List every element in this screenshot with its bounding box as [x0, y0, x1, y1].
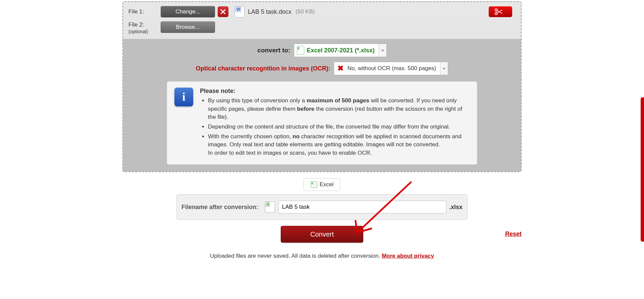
- change-button[interactable]: Change...: [161, 6, 215, 17]
- file2-label: File 2:: [128, 21, 144, 28]
- convert-to-value: Excel 2007-2021 (*.xlsx): [307, 47, 375, 54]
- convert-button[interactable]: Convert: [281, 226, 363, 243]
- file2-optional: (optional): [128, 29, 148, 34]
- excel-icon: [311, 181, 317, 188]
- note-bullet-3: With the currently chosen option, no cha…: [208, 133, 470, 157]
- close-icon: [220, 9, 226, 14]
- file2-row: File 2: (optional) Browse...: [123, 19, 521, 39]
- file1-row: File 1: Change... LAB 5 task.docx (50 KB…: [123, 2, 521, 19]
- privacy-text: Uploaded files are never saved. All data…: [210, 253, 382, 259]
- filename-box: Filename after conversion: .xlsx: [176, 194, 468, 220]
- file1-label: File 1:: [128, 8, 161, 15]
- convert-to-row: convert to: Excel 2007-2021 (*.xlsx): [126, 44, 518, 57]
- convert-to-select[interactable]: Excel 2007-2021 (*.xlsx): [294, 44, 387, 57]
- ocr-select[interactable]: ✖ No, without OCR (max. 500 pages): [334, 62, 448, 75]
- remove-file-button[interactable]: [218, 6, 228, 17]
- privacy-line: Uploaded files are never saved. All data…: [122, 253, 522, 259]
- convert-to-label: convert to:: [257, 47, 290, 54]
- convert-to-dropdown-arrow[interactable]: [379, 44, 386, 57]
- scissors-button[interactable]: [489, 6, 512, 17]
- ocr-value: No, without OCR (max. 500 pages): [347, 65, 436, 72]
- chevron-down-icon: [381, 49, 384, 51]
- file2-label-col: File 2: (optional): [128, 21, 161, 35]
- note-bullet-1: By using this type of conversion only a …: [208, 97, 470, 121]
- excel-tab[interactable]: Excel: [304, 178, 341, 191]
- file1-size: (50 KB): [296, 8, 315, 15]
- filename-input[interactable]: [278, 201, 446, 213]
- note-title: Please note:: [200, 88, 470, 95]
- info-icon: i: [174, 88, 193, 106]
- convert-options-section: convert to: Excel 2007-2021 (*.xlsx) Opt…: [123, 39, 521, 171]
- file-upload-box: File 1: Change... LAB 5 task.docx (50 KB…: [122, 1, 522, 172]
- format-tab-row: Excel: [122, 178, 522, 191]
- filename-extension: .xlsx: [449, 204, 463, 211]
- excel-icon: [297, 46, 304, 55]
- note-bullet-2: Depending on the content and structure o…: [208, 123, 470, 131]
- browse-button[interactable]: Browse...: [161, 21, 215, 33]
- scissors-icon: [494, 8, 506, 15]
- excel-file-icon: [265, 201, 275, 213]
- ocr-label: Optical character recognition in images …: [196, 65, 330, 72]
- file1-name: LAB 5 task.docx: [248, 8, 291, 15]
- privacy-link[interactable]: More about privacy: [382, 253, 434, 259]
- ocr-dropdown-arrow[interactable]: [440, 62, 448, 75]
- chevron-down-icon: [442, 67, 446, 69]
- filename-label: Filename after conversion:: [181, 204, 258, 211]
- convert-button-row: Convert Reset: [122, 226, 522, 243]
- ocr-row: Optical character recognition in images …: [126, 62, 518, 75]
- word-file-icon: [234, 6, 245, 17]
- note-box: i Please note: By using this type of con…: [167, 81, 477, 165]
- excel-tab-label: Excel: [320, 181, 334, 188]
- reset-link[interactable]: Reset: [505, 231, 522, 238]
- cross-icon: ✖: [337, 64, 343, 73]
- note-content: Please note: By using this type of conve…: [200, 88, 470, 158]
- scrollbar-thumb[interactable]: [641, 97, 644, 242]
